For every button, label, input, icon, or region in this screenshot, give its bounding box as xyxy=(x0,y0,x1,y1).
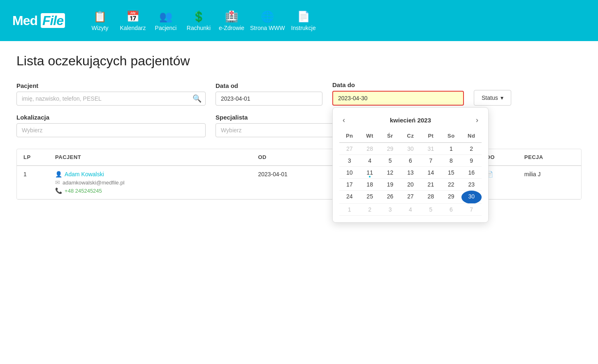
col-header-lp: LP xyxy=(17,149,49,166)
nav-wizyty[interactable]: 📋 Wizyty xyxy=(86,10,114,31)
cal-header-cz: Cz xyxy=(400,131,420,143)
calendar-day[interactable]: 15 xyxy=(441,167,461,179)
calendar-day[interactable]: 27 xyxy=(339,143,359,155)
patient-label: Pacjent xyxy=(16,82,206,89)
phone-icon: 📞 xyxy=(55,187,62,194)
nav-strona-www-label: Strona WWW xyxy=(250,25,285,31)
calendar-day[interactable]: 28 xyxy=(421,191,441,204)
nav-instrukcje-label: Instrukcje xyxy=(291,25,316,31)
calendar-day[interactable]: 25 xyxy=(359,191,380,204)
calendar-day[interactable]: 13 xyxy=(400,167,420,179)
cal-header-nd: Nd xyxy=(461,131,482,143)
calendar-day[interactable]: 31 xyxy=(421,143,441,155)
rachunki-icon: 💲 xyxy=(192,10,205,23)
date-do-input[interactable] xyxy=(332,91,464,106)
patient-search-button[interactable]: 🔍 xyxy=(192,94,202,103)
calendar-day[interactable]: 29 xyxy=(380,143,400,155)
calendar-day[interactable]: 16 xyxy=(461,167,482,179)
main-content: Lista oczekujących pacjentów Pacjent 🔍 D… xyxy=(0,41,598,364)
calendar-popup: ‹ kwiecień 2023 › Pn Wt Śr Cz Pt xyxy=(332,107,489,223)
patient-email: adamkowalski@medfile.pl xyxy=(63,180,124,186)
calendar-day[interactable]: 6 xyxy=(441,204,461,216)
calendar-day[interactable]: 2 xyxy=(461,143,482,155)
calendar-prev-button[interactable]: ‹ xyxy=(339,114,348,126)
patients-table-body: 1 👤 Adam Kowalski ✉ adamkowalski@medfile… xyxy=(17,166,581,199)
nav-kalendarz-label: Kalendarz xyxy=(120,25,146,31)
cell-specja: milia J xyxy=(518,166,581,199)
calendar-day[interactable]: 24 xyxy=(339,191,359,204)
logo-text: Med File xyxy=(12,13,65,28)
calendar-body: 2728293031123456789101112131415161718192… xyxy=(339,143,482,216)
calendar-day[interactable]: 1 xyxy=(339,204,359,216)
nav-pacjenci[interactable]: 👥 Pacjenci xyxy=(151,10,180,31)
table-header-row: LP PACJENT OD DO DO PECJA xyxy=(17,149,581,166)
calendar-day[interactable]: 19 xyxy=(380,179,400,191)
calendar-day[interactable]: 1 xyxy=(441,143,461,155)
calendar-day[interactable]: 10 xyxy=(339,167,359,179)
date-do-label: Data do xyxy=(332,81,464,88)
calendar-day[interactable]: 23 xyxy=(461,179,482,191)
calendar-day[interactable]: 14 xyxy=(421,167,441,179)
calendar-day[interactable]: 27 xyxy=(400,191,420,204)
cal-header-so: So xyxy=(441,131,461,143)
calendar-day[interactable]: 28 xyxy=(359,143,380,155)
calendar-day[interactable]: 12 xyxy=(380,167,400,179)
calendar-day[interactable]: 9 xyxy=(461,155,482,167)
calendar-day[interactable]: 3 xyxy=(339,155,359,167)
pacjenci-icon: 👥 xyxy=(159,10,172,23)
calendar-day[interactable]: 20 xyxy=(400,179,420,191)
calendar-next-button[interactable]: › xyxy=(473,114,482,126)
lokalizacja-input[interactable] xyxy=(16,123,206,137)
app-header: Med File 📋 Wizyty 📅 Kalendarz 👥 Pacjenci… xyxy=(0,0,598,41)
calendar-week-row: 17181920212223 xyxy=(339,179,482,191)
calendar-week-row: 1234567 xyxy=(339,204,482,216)
calendar-day[interactable]: 5 xyxy=(380,155,400,167)
nav-kalendarz[interactable]: 📅 Kalendarz xyxy=(118,10,147,31)
kalendarz-icon: 📅 xyxy=(126,10,139,23)
instrukcje-icon: 📄 xyxy=(297,10,310,23)
calendar-day[interactable]: 2 xyxy=(359,204,380,216)
calendar-day[interactable]: 11 xyxy=(359,167,380,179)
nav-rachunki[interactable]: 💲 Rachunki xyxy=(184,10,213,31)
patient-search-input[interactable] xyxy=(16,92,206,106)
patient-phone: +48 245245245 xyxy=(65,188,102,194)
date-od-label: Data od xyxy=(216,82,322,89)
calendar-day[interactable]: 5 xyxy=(421,204,441,216)
calendar-day[interactable]: 4 xyxy=(400,204,420,216)
calendar-week-row: 24252627282930 xyxy=(339,191,482,204)
status-dropdown-button[interactable]: Status ▾ xyxy=(474,90,511,106)
nav-wizyty-label: Wizyty xyxy=(91,25,108,31)
filter-lokalizacja: Lokalizacja xyxy=(16,114,206,137)
date-od-input[interactable] xyxy=(216,92,322,106)
calendar-day[interactable]: 8 xyxy=(441,155,461,167)
nav-ezdrowie[interactable]: 🏥 e-Zdrowie xyxy=(217,10,246,31)
calendar-day[interactable]: 26 xyxy=(380,191,400,204)
calendar-day[interactable]: 18 xyxy=(359,179,380,191)
patients-table-wrap: LP PACJENT OD DO DO PECJA 1 👤 Adam Kowal… xyxy=(16,149,582,200)
filter-status: Status ▾ xyxy=(474,90,511,106)
calendar-header: ‹ kwiecień 2023 › xyxy=(339,114,482,126)
calendar-day[interactable]: 7 xyxy=(421,155,441,167)
nav-instrukcje[interactable]: 📄 Instrukcje xyxy=(289,10,318,31)
calendar-week-row: 10111213141516 xyxy=(339,167,482,179)
calendar-day[interactable]: 30 xyxy=(461,191,482,204)
calendar-day[interactable]: 21 xyxy=(421,179,441,191)
calendar-day[interactable]: 6 xyxy=(400,155,420,167)
calendar-day[interactable]: 3 xyxy=(380,204,400,216)
app-logo[interactable]: Med File xyxy=(12,13,65,28)
lokalizacja-label: Lokalizacja xyxy=(16,114,206,121)
col-header-pacjent: PACJENT xyxy=(49,149,251,166)
table-row: 1 👤 Adam Kowalski ✉ adamkowalski@medfile… xyxy=(17,166,581,199)
calendar-month-title: kwiecień 2023 xyxy=(390,117,431,124)
calendar-day[interactable]: 17 xyxy=(339,179,359,191)
nav-rachunki-label: Rachunki xyxy=(187,25,211,31)
calendar-day[interactable]: 22 xyxy=(441,179,461,191)
calendar-day[interactable]: 4 xyxy=(359,155,380,167)
calendar-day[interactable]: 29 xyxy=(441,191,461,204)
patient-name-link[interactable]: Adam Kowalski xyxy=(65,171,104,177)
calendar-day[interactable]: 30 xyxy=(400,143,420,155)
calendar-week-row: 3456789 xyxy=(339,155,482,167)
calendar-day[interactable]: 7 xyxy=(461,204,482,216)
nav-strona-www[interactable]: 🌐 Strona WWW xyxy=(250,10,285,31)
wizyty-icon: 📋 xyxy=(93,10,107,23)
